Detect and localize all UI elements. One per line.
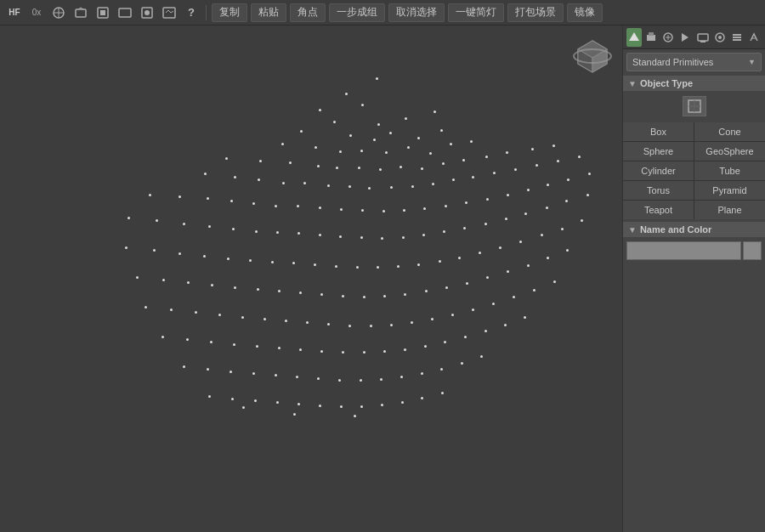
viewport-dot xyxy=(552,144,555,147)
viewport-dot xyxy=(470,140,473,143)
primitive-type-dropdown[interactable]: Standard Primitives ▼ xyxy=(626,53,762,71)
viewport-dot xyxy=(225,157,228,160)
mirror-button[interactable]: 镜像 xyxy=(567,3,603,22)
toolbar-icon-3d4[interactable] xyxy=(116,3,134,22)
viewport-dot xyxy=(348,325,351,327)
object-type-label: Object Type xyxy=(640,78,693,88)
name-color-header[interactable]: ▼ Name and Color xyxy=(623,221,765,238)
viewport-dot xyxy=(149,194,151,196)
svg-marker-17 xyxy=(682,33,688,42)
viewport-dot xyxy=(276,231,279,234)
tab-extra2[interactable] xyxy=(746,28,762,47)
pack-button[interactable]: 打包场景 xyxy=(507,3,564,22)
viewport-dot xyxy=(417,137,420,139)
toolbar-icon-3d6[interactable] xyxy=(160,3,178,22)
svg-rect-22 xyxy=(733,34,741,36)
svg-rect-7 xyxy=(163,8,175,18)
obj-btn-box[interactable]: Box xyxy=(623,122,694,141)
viewport-dot xyxy=(381,404,383,406)
obj-btn-sphere[interactable]: Sphere xyxy=(623,142,694,161)
viewport-dot xyxy=(298,232,300,235)
tab-utilities[interactable] xyxy=(712,28,728,47)
viewport-dot xyxy=(444,341,446,343)
viewport-dot xyxy=(464,336,467,338)
viewport-dot xyxy=(298,403,300,405)
toolbar-icon-3d2[interactable] xyxy=(71,3,90,22)
dropdown-value: Standard Primitives xyxy=(632,57,713,67)
viewport-dot xyxy=(208,395,211,398)
viewport-dot xyxy=(402,236,405,239)
vertex-button[interactable]: 角点 xyxy=(290,3,326,22)
viewport-nav-icon[interactable] xyxy=(571,34,614,76)
viewport-dot xyxy=(484,223,487,225)
viewport-dot xyxy=(499,246,502,249)
viewport-dot xyxy=(360,150,363,152)
toolbar-icon-0x[interactable]: 0x xyxy=(27,3,46,22)
viewport-dot xyxy=(429,152,432,155)
viewport-dot xyxy=(317,377,320,380)
toolbar-icon-3d5[interactable] xyxy=(138,3,156,22)
tab-modify[interactable] xyxy=(643,28,659,47)
tab-extra1[interactable] xyxy=(729,28,745,47)
object-name-input[interactable] xyxy=(626,241,741,260)
copy-button[interactable]: 复制 xyxy=(212,3,247,22)
obj-btn-cylinder[interactable]: Cylinder xyxy=(623,161,694,180)
viewport-dot xyxy=(424,345,427,348)
viewport-dot xyxy=(411,321,413,324)
viewport-dot xyxy=(333,121,336,123)
viewport-dot xyxy=(441,392,444,394)
toolbar-icon-3d3[interactable] xyxy=(94,3,112,22)
object-type-header[interactable]: ▼ Object Type xyxy=(623,75,765,92)
group-button[interactable]: 一步成组 xyxy=(329,3,385,22)
color-swatch[interactable] xyxy=(743,241,762,260)
viewport-dot xyxy=(204,173,207,175)
panel-tabs xyxy=(623,25,765,49)
viewport-dot xyxy=(586,194,589,196)
toolbar-icon-help[interactable]: ? xyxy=(182,3,201,22)
tab-create[interactable] xyxy=(626,28,642,47)
obj-btn-geosphere[interactable]: GeoSphere xyxy=(694,142,765,161)
obj-btn-plane[interactable]: Plane xyxy=(694,201,765,219)
viewport-dot xyxy=(227,258,230,260)
viewport-dot xyxy=(249,259,252,262)
viewport-dot xyxy=(565,200,568,202)
viewport-dot xyxy=(183,223,185,225)
name-color-row xyxy=(626,241,762,260)
obj-btn-cone[interactable]: Cone xyxy=(694,122,765,141)
viewport-dot xyxy=(300,130,303,133)
viewport-dot xyxy=(203,255,206,258)
viewport[interactable] xyxy=(0,25,622,532)
obj-btn-pyramid[interactable]: Pyramid xyxy=(694,181,765,200)
viewport-dot xyxy=(345,93,348,95)
paste-button[interactable]: 粘贴 xyxy=(251,3,286,22)
svg-rect-1 xyxy=(76,9,86,17)
viewport-dot xyxy=(472,176,474,178)
viewport-dot xyxy=(505,218,507,220)
svg-point-21 xyxy=(718,36,722,39)
tab-display[interactable] xyxy=(695,28,711,47)
tab-hierarchy[interactable] xyxy=(660,28,676,47)
viewport-dot xyxy=(486,276,489,279)
toolbar-icon-3d1[interactable] xyxy=(49,3,68,22)
deselect-button[interactable]: 取消选择 xyxy=(388,3,445,22)
viewport-dot xyxy=(407,146,410,149)
viewport-dot xyxy=(258,178,260,181)
obj-btn-torus[interactable]: Torus xyxy=(623,181,694,200)
viewport-dot xyxy=(390,186,393,189)
obj-btn-teapot[interactable]: Teapot xyxy=(623,201,694,219)
tab-motion[interactable] xyxy=(677,28,693,47)
light-button[interactable]: 一键简灯 xyxy=(448,3,504,22)
viewport-dot xyxy=(207,368,209,371)
toolbar-icon-hf[interactable]: HF xyxy=(5,3,24,22)
obj-btn-tube[interactable]: Tube xyxy=(694,161,765,180)
autogrids-icon[interactable] xyxy=(683,96,706,116)
viewport-dot xyxy=(443,230,445,233)
viewport-dot xyxy=(514,168,517,171)
viewport-dot xyxy=(234,286,236,289)
viewport-dot xyxy=(581,219,583,222)
viewport-dot xyxy=(557,160,559,162)
viewport-dot xyxy=(360,405,363,408)
viewport-dot xyxy=(327,323,330,325)
svg-point-6 xyxy=(144,10,150,15)
viewport-dot xyxy=(183,365,185,368)
